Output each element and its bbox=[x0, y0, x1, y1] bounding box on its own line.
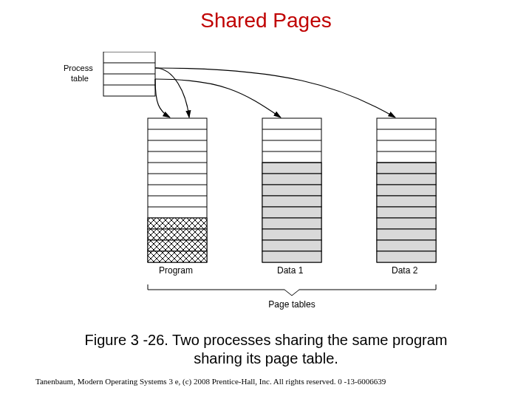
arrow-proc2-to-data1 bbox=[155, 79, 281, 117]
data1-table bbox=[262, 118, 321, 262]
svg-rect-17 bbox=[148, 240, 207, 251]
svg-rect-26 bbox=[262, 229, 321, 240]
svg-rect-38 bbox=[377, 207, 436, 218]
svg-rect-25 bbox=[262, 218, 321, 229]
arrow-proc1-to-data2 bbox=[155, 68, 395, 117]
program-table bbox=[148, 118, 207, 262]
data2-label: Data 2 bbox=[392, 265, 418, 276]
svg-rect-18 bbox=[148, 251, 207, 262]
svg-rect-15 bbox=[148, 218, 207, 229]
svg-line-51 bbox=[284, 290, 292, 296]
page-title: Shared Pages bbox=[0, 9, 532, 33]
caption-line-1: Figure 3 -26. Two processes sharing the … bbox=[85, 332, 448, 348]
svg-rect-35 bbox=[377, 174, 436, 185]
caption-line-2: sharing its page table. bbox=[194, 350, 338, 366]
svg-rect-39 bbox=[377, 218, 436, 229]
svg-rect-27 bbox=[262, 240, 321, 251]
svg-rect-22 bbox=[262, 185, 321, 196]
svg-rect-28 bbox=[262, 251, 321, 262]
svg-rect-40 bbox=[377, 229, 436, 240]
svg-rect-23 bbox=[262, 196, 321, 207]
page-tables-label: Page tables bbox=[268, 299, 315, 310]
process-table bbox=[103, 52, 155, 96]
svg-rect-21 bbox=[262, 174, 321, 185]
process-table-label-1: Process bbox=[64, 64, 93, 72]
svg-rect-34 bbox=[377, 163, 436, 174]
svg-rect-41 bbox=[377, 240, 436, 251]
arrow-proc2-to-program bbox=[155, 79, 170, 117]
svg-rect-20 bbox=[262, 163, 321, 174]
data1-label: Data 1 bbox=[277, 265, 304, 276]
diagram: Process table Program Da bbox=[44, 52, 488, 318]
svg-rect-16 bbox=[148, 229, 207, 240]
arrow-proc1-to-program bbox=[155, 68, 189, 117]
page-tables-brace bbox=[148, 284, 436, 296]
program-label: Program bbox=[159, 265, 193, 276]
credit-line: Tanenbaum, Modern Operating Systems 3 e,… bbox=[35, 377, 497, 386]
svg-rect-42 bbox=[377, 251, 436, 262]
process-table-label-2: table bbox=[71, 74, 89, 83]
figure-caption: Figure 3 -26. Two processes sharing the … bbox=[0, 331, 532, 368]
svg-rect-37 bbox=[377, 196, 436, 207]
svg-rect-24 bbox=[262, 207, 321, 218]
data2-table bbox=[377, 118, 436, 262]
svg-rect-36 bbox=[377, 185, 436, 196]
svg-line-52 bbox=[292, 290, 299, 296]
